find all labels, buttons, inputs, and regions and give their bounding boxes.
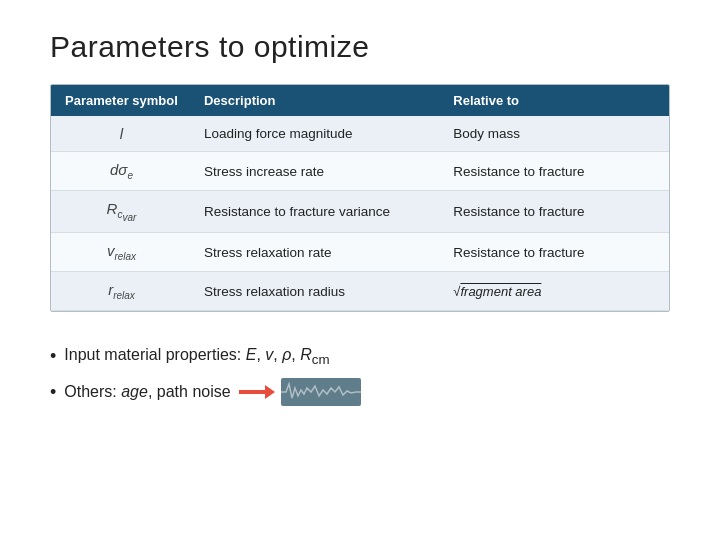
signal-waveform-image <box>281 378 361 406</box>
table-row: rrelax Stress relaxation radius √fragmen… <box>51 272 669 311</box>
parameters-table: Parameter symbol Description Relative to… <box>51 85 669 311</box>
relative-cell: Resistance to fracture <box>441 191 669 233</box>
sqrt-fragment-formula: √fragment area <box>453 284 541 299</box>
relative-cell: √fragment area <box>441 272 669 311</box>
col-header-description: Description <box>192 85 441 116</box>
symbol-cell: vrelax <box>51 233 192 272</box>
relative-cell: Body mass <box>441 116 669 152</box>
symbol-rrelax: rrelax <box>108 281 135 298</box>
symbol-vrelax: vrelax <box>107 242 136 259</box>
page-title: Parameters to optimize <box>50 30 670 64</box>
bullet-item-2: • Others: age, path noise <box>50 374 670 410</box>
col-header-relative: Relative to <box>441 85 669 116</box>
symbol-dsigma: dσe <box>110 161 133 178</box>
description-cell: Loading force magnitude <box>192 116 441 152</box>
col-header-symbol: Parameter symbol <box>51 85 192 116</box>
description-cell: Resistance to fracture variance <box>192 191 441 233</box>
symbol-cell: rrelax <box>51 272 192 311</box>
description-cell: Stress increase rate <box>192 152 441 191</box>
table-row: l Loading force magnitude Body mass <box>51 116 669 152</box>
symbol-cell: Rcvar <box>51 191 192 233</box>
bullet-section: • Input material properties: E, v, ρ, Rc… <box>50 338 670 410</box>
relative-cell: Resistance to fracture <box>441 152 669 191</box>
relative-cell: Resistance to fracture <box>441 233 669 272</box>
bullet-icon-1: • <box>50 338 56 374</box>
table-row: Rcvar Resistance to fracture variance Re… <box>51 191 669 233</box>
right-arrow-icon <box>239 385 275 399</box>
bullet-icon-2: • <box>50 374 56 410</box>
symbol-cell: l <box>51 116 192 152</box>
bullet-text-1: Input material properties: E, v, ρ, Rcm <box>64 339 329 374</box>
arrow-container <box>239 385 275 399</box>
bullet-item-1: • Input material properties: E, v, ρ, Rc… <box>50 338 670 374</box>
description-cell: Stress relaxation rate <box>192 233 441 272</box>
table-row: vrelax Stress relaxation rate Resistance… <box>51 233 669 272</box>
description-cell: Stress relaxation radius <box>192 272 441 311</box>
page: Parameters to optimize Parameter symbol … <box>0 0 720 540</box>
bullet-text-2: Others: age, path noise <box>64 376 230 408</box>
parameters-table-wrapper: Parameter symbol Description Relative to… <box>50 84 670 312</box>
symbol-cell: dσe <box>51 152 192 191</box>
symbol-l: l <box>120 125 123 142</box>
table-row: dσe Stress increase rate Resistance to f… <box>51 152 669 191</box>
symbol-rcvar: Rcvar <box>107 200 137 217</box>
